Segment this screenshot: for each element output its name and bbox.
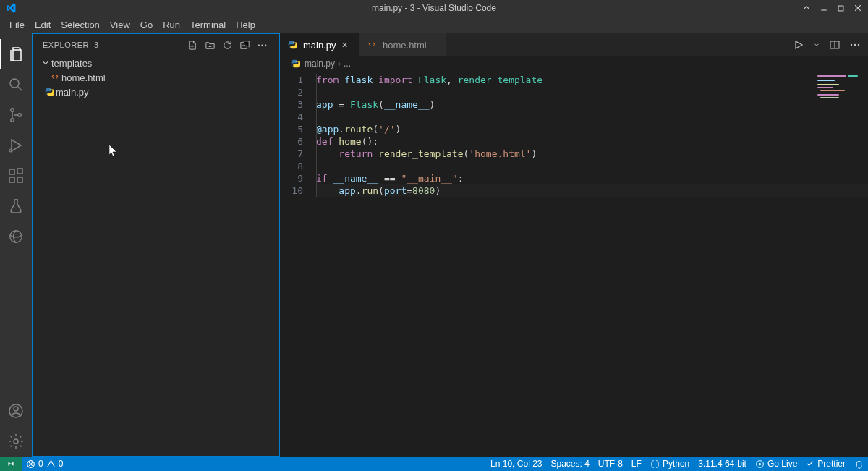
run-file-icon[interactable] (793, 39, 804, 51)
svg-point-1 (10, 79, 19, 88)
svg-point-3 (11, 119, 14, 122)
svg-point-19 (851, 44, 852, 46)
svg-point-2 (11, 109, 14, 111)
mouse-cursor-icon (109, 145, 118, 158)
minimap[interactable] (810, 71, 868, 457)
new-file-icon[interactable] (185, 38, 200, 52)
run-debug-activity-icon[interactable] (0, 130, 32, 161)
html-file-icon (367, 39, 378, 51)
explorer-header: EXPLORER: 3 (33, 34, 279, 56)
go-live-button[interactable]: Go Live (751, 457, 801, 471)
notifications-icon[interactable] (850, 457, 868, 471)
explorer-activity-icon[interactable] (0, 39, 32, 69)
minimize-window-icon[interactable] (820, 4, 828, 12)
window-titlebar: main.py - 3 - Visual Studio Code (0, 0, 868, 16)
tab-main-py[interactable]: main.py × (280, 33, 359, 56)
settings-activity-icon[interactable] (0, 426, 32, 457)
indentation-status[interactable]: Spaces: 4 (546, 457, 593, 471)
tab-home-html[interactable]: home.html × (359, 33, 446, 56)
html-file-icon (48, 72, 61, 82)
source-control-activity-icon[interactable] (0, 100, 32, 130)
svg-rect-7 (9, 177, 14, 182)
svg-point-21 (858, 44, 859, 46)
file-tree: templates home.html main.py (33, 56, 279, 456)
tree-label: templates (51, 58, 92, 69)
activity-bar (0, 33, 32, 457)
svg-rect-6 (9, 169, 14, 174)
cursor-position[interactable]: Ln 10, Col 23 (486, 457, 546, 471)
svg-point-4 (18, 114, 21, 116)
chevron-up-window-icon[interactable] (802, 4, 811, 12)
python-file-icon (43, 87, 56, 97)
run-dropdown-icon[interactable] (813, 41, 820, 48)
svg-rect-9 (17, 169, 22, 174)
svg-point-17 (265, 44, 266, 46)
python-file-icon (287, 39, 299, 51)
menu-edit[interactable]: Edit (30, 17, 56, 33)
menu-bar: File Edit Selection View Go Run Terminal… (0, 16, 868, 33)
new-folder-icon[interactable] (203, 38, 217, 52)
python-file-icon (290, 59, 300, 69)
more-actions-icon[interactable] (255, 38, 269, 52)
close-window-icon[interactable] (854, 4, 862, 12)
breadcrumb-rest: ... (344, 59, 351, 69)
chevron-right-icon: › (338, 59, 341, 69)
menu-go[interactable]: Go (135, 17, 158, 33)
eol-status[interactable]: LF (627, 457, 646, 471)
warnings-count: 0 (59, 459, 64, 469)
status-bar: 0 0 Ln 10, Col 23 Spaces: 4 UTF-8 LF Pyt… (0, 457, 868, 471)
editor-tabs: main.py × home.html × (280, 33, 868, 56)
svg-point-13 (14, 439, 18, 444)
errors-count: 0 (38, 459, 43, 469)
svg-point-15 (258, 44, 259, 46)
window-title: main.py - 3 - Visual Studio Code (372, 3, 496, 13)
menu-file[interactable]: File (4, 17, 30, 33)
edge-tools-activity-icon[interactable] (0, 221, 32, 252)
remote-indicator[interactable] (0, 457, 22, 471)
menu-selection[interactable]: Selection (56, 17, 104, 33)
prettier-status[interactable]: Prettier (801, 457, 850, 471)
line-number-gutter: 12345678910 (280, 71, 316, 457)
svg-point-24 (759, 462, 761, 464)
language-mode[interactable]: Python (646, 457, 694, 471)
svg-rect-0 (838, 6, 843, 11)
tab-label: home.html (383, 40, 427, 51)
tree-label: main.py (56, 87, 89, 98)
svg-point-16 (261, 44, 263, 46)
tree-file-home-html[interactable]: home.html (33, 70, 279, 85)
svg-point-20 (854, 44, 856, 46)
svg-point-12 (14, 407, 18, 411)
search-activity-icon[interactable] (0, 69, 32, 100)
accounts-activity-icon[interactable] (0, 396, 32, 426)
collapse-all-icon[interactable] (237, 38, 252, 52)
tab-label: main.py (303, 40, 336, 51)
python-interpreter[interactable]: 3.11.4 64-bit (694, 457, 751, 471)
menu-help[interactable]: Help (231, 17, 260, 33)
split-editor-icon[interactable] (829, 39, 841, 51)
menu-terminal[interactable]: Terminal (185, 17, 231, 33)
chevron-down-icon (40, 59, 51, 67)
refresh-icon[interactable] (220, 38, 234, 52)
breadcrumbs[interactable]: main.py › ... (280, 56, 868, 71)
encoding-status[interactable]: UTF-8 (594, 457, 627, 471)
menu-view[interactable]: View (105, 17, 135, 33)
code-editor[interactable]: 12345678910 from flask import Flask, ren… (280, 71, 868, 457)
breadcrumb-file: main.py (305, 59, 335, 69)
editor-more-icon[interactable] (849, 39, 861, 51)
explorer-sidebar: EXPLORER: 3 templates home.html (32, 33, 280, 457)
testing-activity-icon[interactable] (0, 191, 32, 221)
svg-rect-8 (17, 177, 22, 182)
explorer-title: EXPLORER: 3 (43, 41, 99, 49)
vscode-logo-icon (6, 2, 17, 14)
maximize-window-icon[interactable] (837, 4, 845, 12)
code-content[interactable]: from flask import Flask, render_template… (316, 71, 868, 457)
tree-label: home.html (61, 72, 106, 83)
tree-file-main-py[interactable]: main.py (33, 85, 279, 99)
extensions-activity-icon[interactable] (0, 161, 32, 191)
editor-group: main.py × home.html × main.py (280, 33, 868, 457)
tree-folder-templates[interactable]: templates (33, 56, 279, 70)
problems-indicator[interactable]: 0 0 (22, 457, 67, 471)
close-tab-icon[interactable]: × (342, 39, 348, 51)
menu-run[interactable]: Run (158, 17, 185, 33)
